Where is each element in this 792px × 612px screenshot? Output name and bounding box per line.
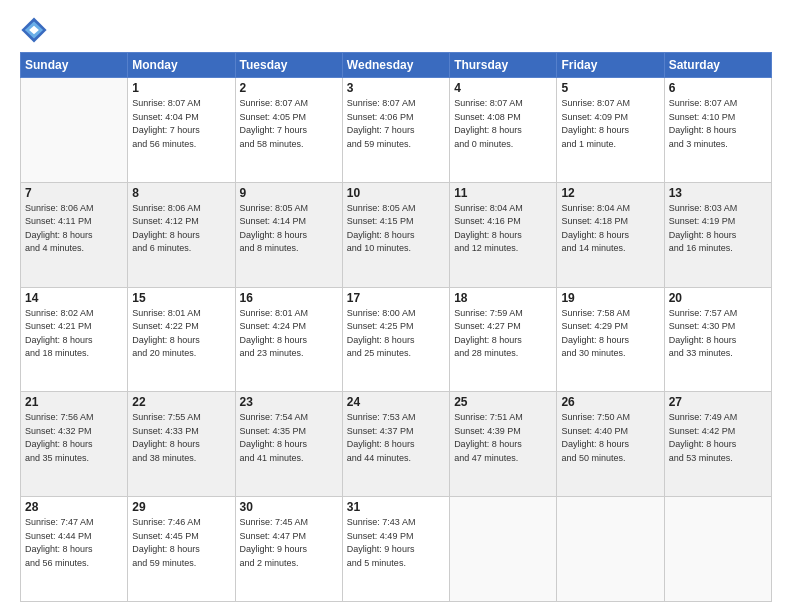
day-number: 27 (669, 395, 767, 409)
calendar-week-4: 21Sunrise: 7:56 AM Sunset: 4:32 PM Dayli… (21, 392, 772, 497)
day-number: 8 (132, 186, 230, 200)
calendar-cell: 26Sunrise: 7:50 AM Sunset: 4:40 PM Dayli… (557, 392, 664, 497)
day-number: 31 (347, 500, 445, 514)
day-info: Sunrise: 8:07 AM Sunset: 4:09 PM Dayligh… (561, 97, 659, 151)
day-info: Sunrise: 8:06 AM Sunset: 4:12 PM Dayligh… (132, 202, 230, 256)
calendar-cell: 25Sunrise: 7:51 AM Sunset: 4:39 PM Dayli… (450, 392, 557, 497)
calendar-week-2: 7Sunrise: 8:06 AM Sunset: 4:11 PM Daylig… (21, 182, 772, 287)
calendar-cell: 23Sunrise: 7:54 AM Sunset: 4:35 PM Dayli… (235, 392, 342, 497)
day-info: Sunrise: 8:03 AM Sunset: 4:19 PM Dayligh… (669, 202, 767, 256)
day-info: Sunrise: 8:04 AM Sunset: 4:16 PM Dayligh… (454, 202, 552, 256)
day-number: 5 (561, 81, 659, 95)
day-info: Sunrise: 8:07 AM Sunset: 4:06 PM Dayligh… (347, 97, 445, 151)
calendar-cell: 4Sunrise: 8:07 AM Sunset: 4:08 PM Daylig… (450, 78, 557, 183)
calendar-cell (450, 497, 557, 602)
day-info: Sunrise: 7:55 AM Sunset: 4:33 PM Dayligh… (132, 411, 230, 465)
day-number: 11 (454, 186, 552, 200)
day-info: Sunrise: 7:57 AM Sunset: 4:30 PM Dayligh… (669, 307, 767, 361)
calendar-cell (21, 78, 128, 183)
day-number: 6 (669, 81, 767, 95)
day-number: 1 (132, 81, 230, 95)
calendar-cell: 30Sunrise: 7:45 AM Sunset: 4:47 PM Dayli… (235, 497, 342, 602)
day-info: Sunrise: 8:01 AM Sunset: 4:22 PM Dayligh… (132, 307, 230, 361)
day-info: Sunrise: 8:00 AM Sunset: 4:25 PM Dayligh… (347, 307, 445, 361)
day-number: 22 (132, 395, 230, 409)
day-info: Sunrise: 8:04 AM Sunset: 4:18 PM Dayligh… (561, 202, 659, 256)
calendar-table: SundayMondayTuesdayWednesdayThursdayFrid… (20, 52, 772, 602)
day-info: Sunrise: 7:53 AM Sunset: 4:37 PM Dayligh… (347, 411, 445, 465)
day-info: Sunrise: 7:46 AM Sunset: 4:45 PM Dayligh… (132, 516, 230, 570)
calendar-cell: 5Sunrise: 8:07 AM Sunset: 4:09 PM Daylig… (557, 78, 664, 183)
calendar-cell: 27Sunrise: 7:49 AM Sunset: 4:42 PM Dayli… (664, 392, 771, 497)
calendar-cell: 16Sunrise: 8:01 AM Sunset: 4:24 PM Dayli… (235, 287, 342, 392)
calendar-cell (557, 497, 664, 602)
calendar-cell: 19Sunrise: 7:58 AM Sunset: 4:29 PM Dayli… (557, 287, 664, 392)
calendar-cell: 11Sunrise: 8:04 AM Sunset: 4:16 PM Dayli… (450, 182, 557, 287)
day-info: Sunrise: 7:56 AM Sunset: 4:32 PM Dayligh… (25, 411, 123, 465)
day-number: 29 (132, 500, 230, 514)
calendar-cell: 6Sunrise: 8:07 AM Sunset: 4:10 PM Daylig… (664, 78, 771, 183)
calendar-cell: 8Sunrise: 8:06 AM Sunset: 4:12 PM Daylig… (128, 182, 235, 287)
day-number: 23 (240, 395, 338, 409)
calendar-cell: 20Sunrise: 7:57 AM Sunset: 4:30 PM Dayli… (664, 287, 771, 392)
calendar-cell: 3Sunrise: 8:07 AM Sunset: 4:06 PM Daylig… (342, 78, 449, 183)
day-number: 13 (669, 186, 767, 200)
day-info: Sunrise: 7:59 AM Sunset: 4:27 PM Dayligh… (454, 307, 552, 361)
day-number: 4 (454, 81, 552, 95)
day-number: 30 (240, 500, 338, 514)
calendar-cell: 31Sunrise: 7:43 AM Sunset: 4:49 PM Dayli… (342, 497, 449, 602)
calendar-cell (664, 497, 771, 602)
day-info: Sunrise: 8:07 AM Sunset: 4:05 PM Dayligh… (240, 97, 338, 151)
day-info: Sunrise: 8:02 AM Sunset: 4:21 PM Dayligh… (25, 307, 123, 361)
calendar-cell: 21Sunrise: 7:56 AM Sunset: 4:32 PM Dayli… (21, 392, 128, 497)
day-info: Sunrise: 8:07 AM Sunset: 4:10 PM Dayligh… (669, 97, 767, 151)
header (20, 16, 772, 44)
day-number: 18 (454, 291, 552, 305)
day-info: Sunrise: 7:45 AM Sunset: 4:47 PM Dayligh… (240, 516, 338, 570)
calendar-cell: 14Sunrise: 8:02 AM Sunset: 4:21 PM Dayli… (21, 287, 128, 392)
weekday-header-row: SundayMondayTuesdayWednesdayThursdayFrid… (21, 53, 772, 78)
calendar-week-5: 28Sunrise: 7:47 AM Sunset: 4:44 PM Dayli… (21, 497, 772, 602)
day-info: Sunrise: 8:05 AM Sunset: 4:15 PM Dayligh… (347, 202, 445, 256)
day-info: Sunrise: 7:51 AM Sunset: 4:39 PM Dayligh… (454, 411, 552, 465)
day-number: 14 (25, 291, 123, 305)
logo-icon (20, 16, 48, 44)
day-number: 2 (240, 81, 338, 95)
day-info: Sunrise: 8:07 AM Sunset: 4:08 PM Dayligh… (454, 97, 552, 151)
day-info: Sunrise: 7:43 AM Sunset: 4:49 PM Dayligh… (347, 516, 445, 570)
calendar-cell: 28Sunrise: 7:47 AM Sunset: 4:44 PM Dayli… (21, 497, 128, 602)
calendar-cell: 13Sunrise: 8:03 AM Sunset: 4:19 PM Dayli… (664, 182, 771, 287)
day-number: 15 (132, 291, 230, 305)
day-info: Sunrise: 7:47 AM Sunset: 4:44 PM Dayligh… (25, 516, 123, 570)
weekday-header-tuesday: Tuesday (235, 53, 342, 78)
day-number: 3 (347, 81, 445, 95)
day-info: Sunrise: 8:06 AM Sunset: 4:11 PM Dayligh… (25, 202, 123, 256)
calendar-week-1: 1Sunrise: 8:07 AM Sunset: 4:04 PM Daylig… (21, 78, 772, 183)
calendar-cell: 29Sunrise: 7:46 AM Sunset: 4:45 PM Dayli… (128, 497, 235, 602)
weekday-header-thursday: Thursday (450, 53, 557, 78)
calendar-cell: 18Sunrise: 7:59 AM Sunset: 4:27 PM Dayli… (450, 287, 557, 392)
page: SundayMondayTuesdayWednesdayThursdayFrid… (0, 0, 792, 612)
day-info: Sunrise: 8:07 AM Sunset: 4:04 PM Dayligh… (132, 97, 230, 151)
calendar-cell: 12Sunrise: 8:04 AM Sunset: 4:18 PM Dayli… (557, 182, 664, 287)
day-number: 17 (347, 291, 445, 305)
day-info: Sunrise: 7:49 AM Sunset: 4:42 PM Dayligh… (669, 411, 767, 465)
day-number: 28 (25, 500, 123, 514)
calendar-cell: 10Sunrise: 8:05 AM Sunset: 4:15 PM Dayli… (342, 182, 449, 287)
day-info: Sunrise: 8:05 AM Sunset: 4:14 PM Dayligh… (240, 202, 338, 256)
day-number: 24 (347, 395, 445, 409)
day-number: 19 (561, 291, 659, 305)
calendar-cell: 1Sunrise: 8:07 AM Sunset: 4:04 PM Daylig… (128, 78, 235, 183)
day-number: 7 (25, 186, 123, 200)
weekday-header-saturday: Saturday (664, 53, 771, 78)
weekday-header-wednesday: Wednesday (342, 53, 449, 78)
day-number: 16 (240, 291, 338, 305)
calendar-cell: 24Sunrise: 7:53 AM Sunset: 4:37 PM Dayli… (342, 392, 449, 497)
day-info: Sunrise: 7:54 AM Sunset: 4:35 PM Dayligh… (240, 411, 338, 465)
day-info: Sunrise: 7:50 AM Sunset: 4:40 PM Dayligh… (561, 411, 659, 465)
logo (20, 16, 50, 44)
day-number: 25 (454, 395, 552, 409)
day-number: 20 (669, 291, 767, 305)
calendar-cell: 7Sunrise: 8:06 AM Sunset: 4:11 PM Daylig… (21, 182, 128, 287)
calendar-cell: 9Sunrise: 8:05 AM Sunset: 4:14 PM Daylig… (235, 182, 342, 287)
